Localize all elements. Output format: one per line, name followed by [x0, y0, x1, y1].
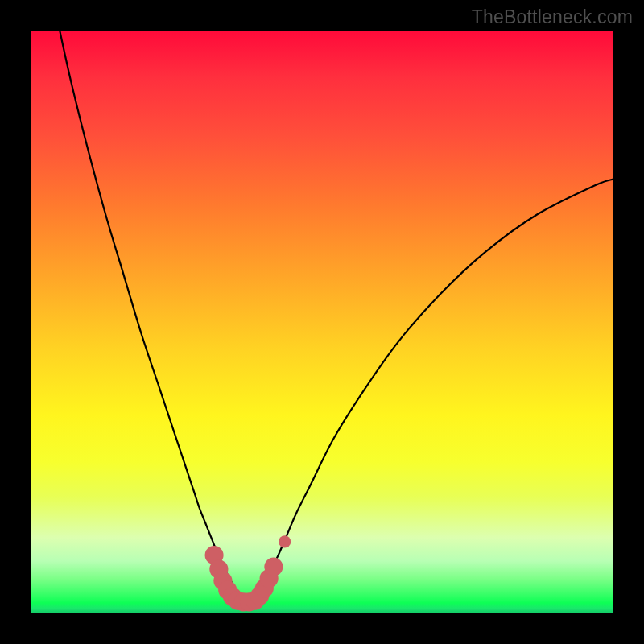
- plot-area: [31, 31, 613, 613]
- chart-markers: [204, 535, 291, 611]
- chart-marker: [279, 535, 291, 547]
- chart-svg: [31, 31, 613, 613]
- chart-curve: [60, 31, 613, 601]
- watermark-text: TheBottleneck.com: [472, 6, 633, 28]
- outer-frame: TheBottleneck.com: [0, 0, 644, 644]
- chart-marker: [264, 558, 283, 576]
